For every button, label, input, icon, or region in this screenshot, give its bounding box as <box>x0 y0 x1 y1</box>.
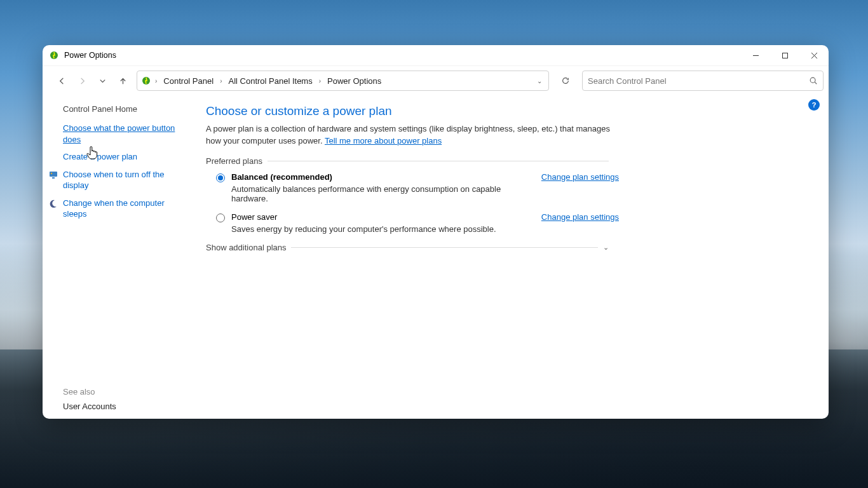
minimize-button[interactable] <box>741 45 770 66</box>
sidebar-link-label: Choose when to turn off the display <box>63 170 164 191</box>
chevron-down-icon: ⌄ <box>603 243 609 252</box>
navigation-row: › Control Panel › All Control Panel Item… <box>43 66 829 95</box>
page-title: Choose or customize a power plan <box>206 104 803 118</box>
search-box[interactable] <box>582 71 824 91</box>
svg-rect-4 <box>50 172 57 177</box>
chevron-right-icon[interactable]: › <box>154 78 158 85</box>
window-title: Power Options <box>64 51 116 60</box>
plan-name: Balanced (recommended) <box>231 172 535 182</box>
breadcrumb-item[interactable]: Control Panel <box>161 75 216 87</box>
power-plan-row: Balanced (recommended) Automatically bal… <box>216 172 619 203</box>
search-icon <box>809 76 818 85</box>
power-options-icon <box>49 50 59 60</box>
sidebar-link-sleep[interactable]: Change when the computer sleeps <box>63 198 189 220</box>
close-button[interactable] <box>799 45 829 66</box>
svg-rect-1 <box>782 53 787 58</box>
svg-point-3 <box>810 78 815 83</box>
sidebar: Control Panel Home Choose what the power… <box>43 95 198 419</box>
control-panel-home-link[interactable]: Control Panel Home <box>63 104 189 114</box>
main-content: ? Choose or customize a power plan A pow… <box>198 95 829 419</box>
sidebar-link-display-off[interactable]: Choose when to turn off the display <box>63 169 189 191</box>
chevron-right-icon[interactable]: › <box>318 78 322 85</box>
show-additional-label: Show additional plans <box>206 243 286 252</box>
maximize-button[interactable] <box>770 45 799 66</box>
help-icon[interactable]: ? <box>808 99 820 111</box>
plan-description: Automatically balances performance with … <box>231 184 535 203</box>
power-plan-row: Power saver Saves energy by reducing you… <box>216 212 619 234</box>
plan-radio-power-saver[interactable] <box>216 214 225 222</box>
see-also-user-accounts[interactable]: User Accounts <box>63 402 189 411</box>
refresh-button[interactable] <box>555 71 576 91</box>
sidebar-link-label: Choose what the power button does <box>63 123 175 144</box>
sidebar-link-create-plan[interactable]: Create a power plan <box>63 151 189 163</box>
learn-more-link[interactable]: Tell me more about power plans <box>325 136 442 146</box>
chevron-right-icon[interactable]: › <box>219 78 223 85</box>
moon-icon <box>49 199 58 208</box>
recent-locations-button[interactable] <box>93 72 111 90</box>
display-icon <box>49 170 58 179</box>
show-additional-plans[interactable]: Show additional plans ⌄ <box>206 243 609 252</box>
address-bar[interactable]: › Control Panel › All Control Panel Item… <box>137 71 549 91</box>
preferred-plans-heading: Preferred plans <box>206 156 609 166</box>
preferred-plans-label: Preferred plans <box>206 156 262 166</box>
back-button[interactable] <box>53 72 71 90</box>
svg-rect-5 <box>52 177 55 179</box>
change-plan-settings-link[interactable]: Change plan settings <box>541 212 619 222</box>
breadcrumb-item[interactable]: All Control Panel Items <box>226 75 315 87</box>
up-button[interactable] <box>114 72 132 90</box>
sidebar-link-label: Change when the computer sleeps <box>63 198 165 219</box>
power-options-icon <box>141 76 151 86</box>
plan-radio-balanced[interactable] <box>216 173 225 182</box>
breadcrumb-item[interactable]: Power Options <box>325 75 384 87</box>
search-input[interactable] <box>588 76 809 86</box>
see-also-heading: See also <box>63 387 189 396</box>
plan-name: Power saver <box>231 212 535 222</box>
page-description: A power plan is a collection of hardware… <box>206 123 613 147</box>
sidebar-link-power-button[interactable]: Choose what the power button does <box>63 123 189 145</box>
change-plan-settings-link[interactable]: Change plan settings <box>541 172 619 182</box>
plan-description: Saves energy by reducing your computer's… <box>231 224 535 234</box>
address-dropdown[interactable]: ⌄ <box>534 78 545 85</box>
sidebar-link-label: Create a power plan <box>63 152 137 161</box>
power-options-window: Power Options <box>43 45 829 419</box>
svg-point-6 <box>51 172 52 173</box>
titlebar: Power Options <box>43 45 829 66</box>
forward-button[interactable] <box>73 72 91 90</box>
